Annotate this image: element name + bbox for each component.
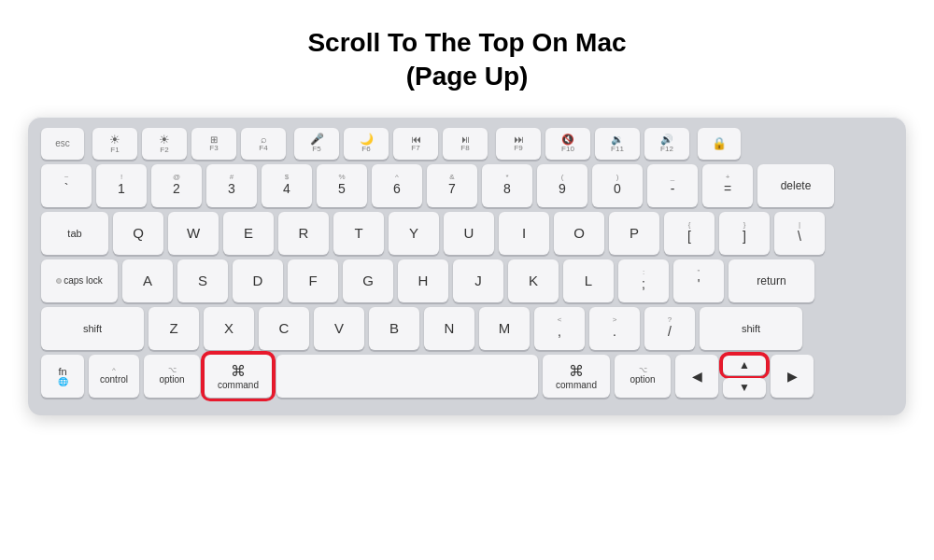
key-5[interactable]: % 5 (317, 164, 367, 207)
key-3[interactable]: # 3 (206, 164, 257, 207)
key-f11[interactable]: 🔉 F11 (595, 128, 640, 160)
key-v[interactable]: V (314, 307, 364, 350)
key-f5[interactable]: 🎤 F5 (294, 128, 339, 160)
key-q[interactable]: Q (113, 212, 163, 255)
keyboard: esc ☀ F1 ☀ F2 ⊞ F3 ⌕ F4 🎤 (28, 117, 906, 415)
key-f4[interactable]: ⌕ F4 (241, 128, 286, 160)
key-tilde[interactable]: ~ ` (41, 164, 92, 207)
key-esc[interactable]: esc (41, 128, 84, 160)
key-9[interactable]: ( 9 (537, 164, 587, 207)
key-g[interactable]: G (343, 259, 393, 302)
key-quote[interactable]: " ' (673, 259, 724, 302)
key-d[interactable]: D (233, 259, 283, 302)
key-semicolon[interactable]: : ; (618, 259, 669, 302)
key-minus[interactable]: _ - (647, 164, 698, 207)
key-f2[interactable]: ☀ F2 (142, 128, 187, 160)
key-e[interactable]: E (223, 212, 274, 255)
key-f[interactable]: F (288, 259, 338, 302)
key-command-right[interactable]: ⌘ command (543, 355, 610, 398)
key-h[interactable]: H (398, 259, 448, 302)
key-t[interactable]: T (333, 212, 384, 255)
key-f12[interactable]: 🔊 F12 (644, 128, 689, 160)
key-o[interactable]: O (554, 212, 604, 255)
key-equals[interactable]: + = (702, 164, 753, 207)
key-option-right[interactable]: ⌥ option (615, 355, 671, 398)
key-f8[interactable]: ⏯ F8 (443, 128, 488, 160)
key-p[interactable]: P (609, 212, 659, 255)
key-f3[interactable]: ⊞ F3 (191, 128, 236, 160)
key-k[interactable]: K (508, 259, 559, 302)
key-m[interactable]: M (479, 307, 530, 350)
page-title: Scroll To The Top On Mac (Page Up) (307, 26, 626, 94)
key-bracket-r[interactable]: } ] (719, 212, 770, 255)
key-7[interactable]: & 7 (427, 164, 477, 207)
key-w[interactable]: W (168, 212, 219, 255)
key-u[interactable]: U (444, 212, 494, 255)
key-command-left[interactable]: ⌘ command (205, 355, 272, 398)
key-f10[interactable]: 🔇 F10 (545, 128, 590, 160)
key-return[interactable]: return (729, 259, 814, 302)
key-backslash[interactable]: | \ (774, 212, 825, 255)
key-j[interactable]: J (453, 259, 503, 302)
key-0[interactable]: ) 0 (592, 164, 643, 207)
key-c[interactable]: C (259, 307, 309, 350)
key-bracket-l[interactable]: { [ (664, 212, 715, 255)
key-y[interactable]: Y (389, 212, 439, 255)
key-shift-left[interactable]: shift (41, 307, 144, 350)
key-shift-right[interactable]: shift (700, 307, 802, 350)
key-l[interactable]: L (563, 259, 614, 302)
key-arrow-up[interactable]: ▲ (723, 356, 766, 375)
key-slash[interactable]: ? / (644, 307, 695, 350)
key-lock[interactable]: 🔒 (698, 128, 741, 160)
key-arrow-down[interactable]: ▼ (723, 378, 766, 398)
key-n[interactable]: N (424, 307, 474, 350)
key-s[interactable]: S (177, 259, 228, 302)
key-x[interactable]: X (204, 307, 254, 350)
key-4[interactable]: $ 4 (262, 164, 312, 207)
key-6[interactable]: ^ 6 (372, 164, 422, 207)
key-b[interactable]: B (369, 307, 419, 350)
key-tab[interactable]: tab (41, 212, 108, 255)
key-control[interactable]: ^ control (89, 355, 139, 398)
key-comma[interactable]: < , (534, 307, 585, 350)
key-delete[interactable]: delete (757, 164, 834, 207)
key-8[interactable]: * 8 (482, 164, 532, 207)
key-period[interactable]: > . (589, 307, 640, 350)
key-fn[interactable]: fn 🌐 (41, 355, 84, 398)
key-arrow-left[interactable]: ◀ (675, 355, 718, 398)
key-i[interactable]: I (499, 212, 549, 255)
key-r[interactable]: R (278, 212, 329, 255)
key-1[interactable]: ! 1 (96, 164, 147, 207)
key-option-left[interactable]: ⌥ option (144, 355, 200, 398)
key-2[interactable]: @ 2 (151, 164, 202, 207)
key-f6[interactable]: 🌙 F6 (344, 128, 389, 160)
key-space[interactable] (276, 355, 538, 398)
key-arrow-right[interactable]: ▶ (771, 355, 814, 398)
key-a[interactable]: A (122, 259, 173, 302)
key-f1[interactable]: ☀ F1 (92, 128, 137, 160)
key-f9[interactable]: ⏭ F9 (496, 128, 541, 160)
key-capslock[interactable]: caps lock (41, 259, 118, 302)
key-z[interactable]: Z (149, 307, 199, 350)
key-f7[interactable]: ⏮ F7 (393, 128, 438, 160)
